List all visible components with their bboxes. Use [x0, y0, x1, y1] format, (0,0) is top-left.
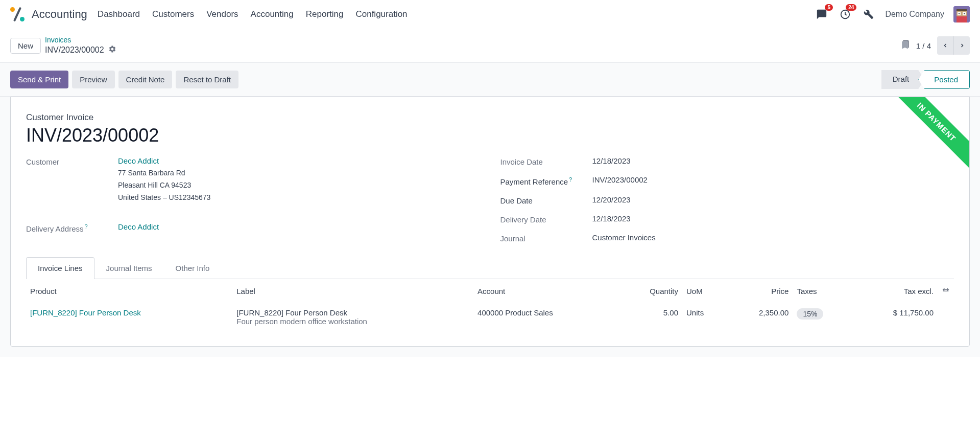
tab-journal-items[interactable]: Journal Items	[94, 257, 164, 279]
th-price: Price	[727, 279, 793, 303]
reset-draft-button[interactable]: Reset to Draft	[176, 71, 238, 88]
address-country: United States – US12345673	[118, 192, 480, 204]
th-account: Account	[473, 279, 618, 303]
th-options	[938, 279, 954, 303]
tools-icon[interactable]	[862, 7, 876, 21]
sheet-container: IN PAYMENT Customer Invoice INV/2023/000…	[0, 97, 980, 357]
control-right: 1 / 4	[900, 36, 970, 55]
company-selector[interactable]: Demo Company	[885, 10, 944, 19]
field-col-right: Invoice Date 12/18/2023 Payment Referenc…	[500, 156, 954, 243]
value-due-date[interactable]: 12/20/2023	[592, 195, 954, 204]
control-bar: New Invoices INV/2023/00002 1 / 4	[0, 29, 980, 62]
form-sheet: IN PAYMENT Customer Invoice INV/2023/000…	[10, 97, 970, 347]
value-invoice-date[interactable]: 12/18/2023	[592, 156, 954, 165]
breadcrumb-invoices[interactable]: Invoices	[45, 36, 116, 44]
tab-other-info[interactable]: Other Info	[164, 257, 222, 279]
navbar-right: 5 24 Demo Company	[815, 6, 970, 22]
th-tax-excl: Tax excl.	[853, 279, 938, 303]
label-journal: Journal	[500, 233, 582, 243]
value-delivery-date[interactable]: 12/18/2023	[592, 214, 954, 223]
nav-menu: Dashboard Customers Vendors Accounting R…	[98, 9, 408, 19]
breadcrumb: Invoices INV/2023/00002	[45, 36, 116, 55]
credit-note-button[interactable]: Credit Note	[118, 71, 173, 88]
label-delivery-address: Delivery Address?	[26, 222, 108, 233]
label-delivery-date: Delivery Date	[500, 214, 582, 224]
help-delivery-icon[interactable]: ?	[85, 223, 88, 230]
label-line2: Four person modern office workstation	[236, 317, 469, 326]
breadcrumb-current: INV/2023/00002	[45, 45, 116, 55]
status-bar: Draft Posted	[881, 70, 970, 89]
nav-item-vendors[interactable]: Vendors	[206, 9, 238, 19]
cell-price[interactable]: 2,350.00	[727, 303, 793, 331]
doc-label: Customer Invoice	[26, 112, 954, 123]
nav-item-reporting[interactable]: Reporting	[306, 9, 344, 19]
cell-account[interactable]: 400000 Product Sales	[473, 303, 618, 331]
cell-quantity[interactable]: 5.00	[618, 303, 682, 331]
label-payment-ref: Payment Reference?	[500, 175, 582, 186]
label-customer: Customer	[26, 156, 108, 166]
navbar: Accounting Dashboard Customers Vendors A…	[0, 0, 980, 29]
svg-rect-6	[959, 13, 960, 14]
activities-badge: 24	[846, 4, 856, 11]
field-col-left: Customer Deco Addict 77 Santa Barbara Rd…	[26, 156, 480, 243]
product-link[interactable]: [FURN_8220] Four Person Desk	[30, 308, 141, 317]
customer-link[interactable]: Deco Addict	[118, 156, 480, 165]
tax-badge: 15%	[797, 308, 823, 320]
help-payment-ref-icon[interactable]: ?	[569, 176, 572, 183]
th-taxes: Taxes	[793, 279, 853, 303]
bookmark-icon[interactable]	[900, 39, 910, 52]
nav-item-customers[interactable]: Customers	[152, 9, 194, 19]
th-quantity: Quantity	[618, 279, 682, 303]
table-row[interactable]: [FURN_8220] Four Person Desk [FURN_8220]…	[26, 303, 954, 331]
address-city: Pleasant Hill CA 94523	[118, 179, 480, 192]
label-invoice-date: Invoice Date	[500, 156, 582, 166]
value-customer-block: Deco Addict 77 Santa Barbara Rd Pleasant…	[118, 156, 480, 203]
th-product: Product	[26, 279, 232, 303]
cell-label[interactable]: [FURN_8220] Four Person Desk Four person…	[232, 303, 473, 331]
table-header-row: Product Label Account Quantity UoM Price…	[26, 279, 954, 303]
th-uom: UoM	[682, 279, 727, 303]
cell-tax-excl: $ 11,750.00	[853, 303, 938, 331]
field-grid: Customer Deco Addict 77 Santa Barbara Rd…	[26, 156, 954, 243]
user-avatar[interactable]	[953, 6, 970, 22]
svg-rect-3	[957, 9, 967, 11]
send-print-button[interactable]: Send & Print	[10, 71, 68, 88]
delivery-address-link[interactable]: Deco Addict	[118, 222, 480, 231]
pager-next[interactable]	[953, 36, 970, 55]
value-journal[interactable]: Customer Invoices	[592, 233, 954, 242]
nav-item-accounting[interactable]: Accounting	[251, 9, 294, 19]
messages-badge: 5	[825, 4, 833, 11]
label-line1: [FURN_8220] Four Person Desk	[236, 308, 469, 317]
app-logo[interactable]	[10, 7, 25, 21]
nav-item-dashboard[interactable]: Dashboard	[98, 9, 140, 19]
pager-prev[interactable]	[937, 36, 953, 55]
action-bar: Send & Print Preview Credit Note Reset t…	[0, 63, 980, 97]
pager-arrows	[937, 36, 970, 55]
cell-uom[interactable]: Units	[682, 303, 727, 331]
pager-text[interactable]: 1 / 4	[916, 41, 931, 50]
th-label: Label	[232, 279, 473, 303]
gear-icon[interactable]	[108, 45, 116, 55]
customer-address: 77 Santa Barbara Rd Pleasant Hill CA 945…	[118, 167, 480, 203]
columns-options-icon[interactable]	[942, 287, 950, 296]
status-draft[interactable]: Draft	[881, 70, 925, 89]
tabs: Invoice Lines Journal Items Other Info	[26, 257, 954, 279]
nav-item-configuration[interactable]: Configuration	[355, 9, 407, 19]
svg-rect-7	[964, 13, 965, 14]
address-street: 77 Santa Barbara Rd	[118, 167, 480, 179]
value-payment-ref[interactable]: INV/2023/00002	[592, 175, 954, 184]
label-due-date: Due Date	[500, 195, 582, 205]
invoice-lines-table: Product Label Account Quantity UoM Price…	[26, 279, 954, 331]
breadcrumb-current-text: INV/2023/00002	[45, 46, 104, 55]
preview-button[interactable]: Preview	[72, 71, 114, 88]
new-button[interactable]: New	[10, 38, 41, 54]
doc-title: INV/2023/00002	[26, 125, 954, 146]
app-title[interactable]: Accounting	[32, 8, 87, 21]
cell-taxes[interactable]: 15%	[793, 303, 853, 331]
status-posted[interactable]: Posted	[918, 70, 970, 89]
messages-icon[interactable]: 5	[815, 7, 829, 21]
svg-rect-8	[957, 16, 967, 22]
activities-icon[interactable]: 24	[838, 7, 852, 21]
tab-invoice-lines[interactable]: Invoice Lines	[26, 257, 94, 279]
